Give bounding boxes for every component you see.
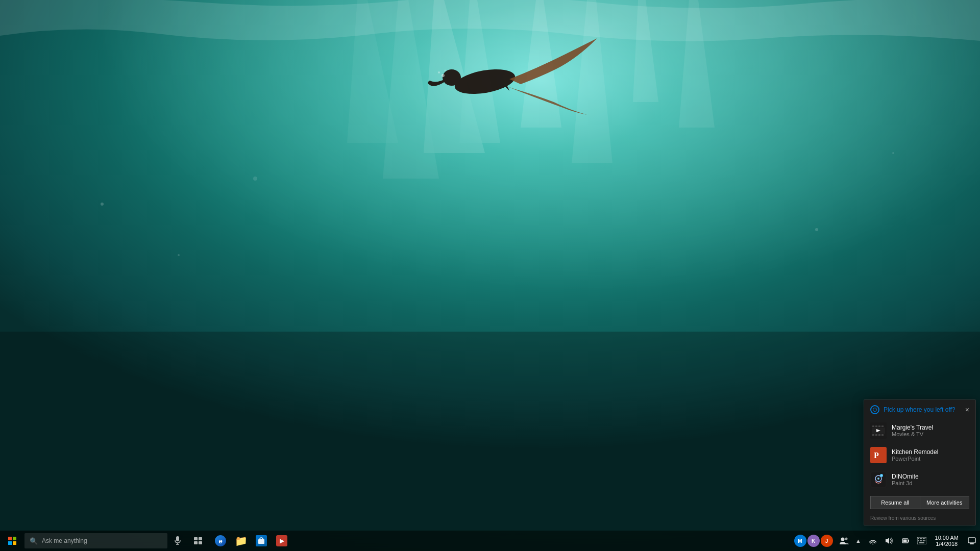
svg-rect-28 xyxy=(258,539,264,544)
svg-rect-53 xyxy=(878,425,880,427)
svg-point-11 xyxy=(443,69,461,86)
mic-icon xyxy=(174,536,181,545)
search-placeholder: Ask me anything xyxy=(42,537,87,544)
svg-rect-52 xyxy=(875,425,877,427)
battery-tray-icon[interactable] xyxy=(897,531,914,551)
tray-avatar-3[interactable]: J xyxy=(821,535,833,547)
notif-item-ppt[interactable]: P Kitchen Remodel PowerPoint xyxy=(864,443,975,467)
notif-header: Pick up where you left off? × xyxy=(864,400,975,418)
taskbar-right: M K J ▲ xyxy=(791,531,980,551)
paint3d-app-icon xyxy=(870,471,887,488)
task-view-button[interactable] xyxy=(188,531,208,551)
background-svg xyxy=(0,0,980,531)
notification-popup: Pick up where you left off? × xyxy=(864,399,976,525)
svg-rect-51 xyxy=(872,425,874,427)
svg-marker-7 xyxy=(383,0,439,179)
windows-logo-icon xyxy=(8,537,16,545)
taskbar-left: 🔍 Ask me anything xyxy=(0,531,292,551)
keyboard-tray-icon[interactable] xyxy=(914,531,930,551)
file-explorer-icon: 📁 xyxy=(235,535,248,547)
network-icon xyxy=(869,537,877,544)
tray-avatars: M K J xyxy=(791,535,836,547)
svg-rect-25 xyxy=(199,537,202,540)
svg-rect-26 xyxy=(194,541,198,544)
svg-rect-39 xyxy=(921,538,922,539)
media-player-icon: ▶ xyxy=(276,535,287,546)
svg-rect-58 xyxy=(881,434,884,436)
svg-point-17 xyxy=(253,177,257,181)
system-tray: M K J ▲ xyxy=(791,531,980,551)
svg-point-19 xyxy=(892,152,894,154)
battery-icon xyxy=(902,537,909,544)
notif-actions: Resume all More activities xyxy=(864,492,975,513)
movies-tv-icon xyxy=(870,422,887,439)
taskbar-app-files[interactable]: 📁 xyxy=(231,531,251,551)
task-view-icon xyxy=(194,537,202,544)
notif-item-paint3d-sub: Paint 3d xyxy=(892,480,969,486)
svg-point-15 xyxy=(101,203,104,206)
store-icon xyxy=(256,535,267,546)
svg-point-13 xyxy=(438,71,440,73)
taskbar-apps: e 📁 ▶ xyxy=(210,531,292,551)
tray-overflow-button[interactable]: ▲ xyxy=(852,531,865,551)
notif-item-movies-sub: Movies & TV xyxy=(892,431,969,437)
cortana-icon xyxy=(870,405,879,414)
notif-close-button[interactable]: × xyxy=(965,406,969,413)
taskbar-app-store[interactable] xyxy=(251,531,272,551)
keyboard-icon xyxy=(917,537,926,544)
svg-rect-43 xyxy=(920,540,921,541)
svg-rect-1 xyxy=(0,0,980,531)
svg-rect-37 xyxy=(918,538,919,539)
start-button[interactable] xyxy=(0,531,24,551)
notif-item-movies-name: Margie's Travel xyxy=(892,424,969,431)
svg-point-12 xyxy=(442,74,445,77)
svg-rect-48 xyxy=(968,538,975,543)
svg-marker-6 xyxy=(633,0,658,102)
taskbar-app-edge[interactable]: e xyxy=(210,531,231,551)
svg-rect-34 xyxy=(908,540,909,542)
svg-rect-47 xyxy=(919,542,924,543)
notif-item-movies-text: Margie's Travel Movies & TV xyxy=(892,424,969,437)
svg-rect-42 xyxy=(918,540,919,541)
svg-point-29 xyxy=(841,538,844,541)
volume-tray-icon[interactable] xyxy=(881,531,897,551)
svg-marker-4 xyxy=(521,0,561,128)
taskbar-app-media[interactable]: ▶ xyxy=(272,531,292,551)
svg-rect-27 xyxy=(199,541,202,544)
more-activities-button[interactable]: More activities xyxy=(920,496,970,509)
action-center-icon xyxy=(968,537,976,544)
svg-rect-20 xyxy=(0,332,980,531)
network-tray-icon[interactable] xyxy=(865,531,881,551)
tray-avatar-1[interactable]: M xyxy=(794,535,806,547)
svg-marker-9 xyxy=(679,0,715,128)
svg-point-31 xyxy=(872,544,873,545)
notif-footer: Review from various sources xyxy=(864,513,975,525)
svg-marker-8 xyxy=(347,0,398,143)
tray-datetime[interactable]: 10:00 AM 1/4/2018 xyxy=(930,531,964,551)
notif-item-paint3d-name: DINOmite xyxy=(892,473,969,480)
svg-rect-35 xyxy=(903,540,906,542)
svg-rect-55 xyxy=(872,434,874,436)
notif-item-paint3d[interactable]: DINOmite Paint 3d xyxy=(864,467,975,492)
svg-rect-0 xyxy=(0,0,980,531)
search-icon: 🔍 xyxy=(30,537,38,545)
svg-marker-3 xyxy=(459,0,500,143)
microphone-button[interactable] xyxy=(167,531,188,551)
resume-all-button[interactable]: Resume all xyxy=(870,496,920,509)
svg-rect-46 xyxy=(924,540,925,541)
action-center-button[interactable] xyxy=(964,531,980,551)
notif-item-movies[interactable]: Margie's Travel Movies & TV xyxy=(864,418,975,443)
svg-marker-2 xyxy=(424,0,485,153)
taskbar-search[interactable]: 🔍 Ask me anything xyxy=(24,533,167,548)
svg-rect-44 xyxy=(921,540,922,541)
notif-item-ppt-name: Kitchen Remodel xyxy=(892,448,969,456)
svg-marker-5 xyxy=(572,0,612,163)
people-icon xyxy=(840,537,849,545)
svg-marker-32 xyxy=(886,538,889,544)
svg-rect-57 xyxy=(878,434,880,436)
svg-rect-41 xyxy=(924,538,925,539)
taskbar: 🔍 Ask me anything xyxy=(0,531,980,551)
svg-rect-56 xyxy=(875,434,877,436)
people-tray-icon[interactable] xyxy=(836,531,852,551)
tray-avatar-2[interactable]: K xyxy=(807,535,820,547)
